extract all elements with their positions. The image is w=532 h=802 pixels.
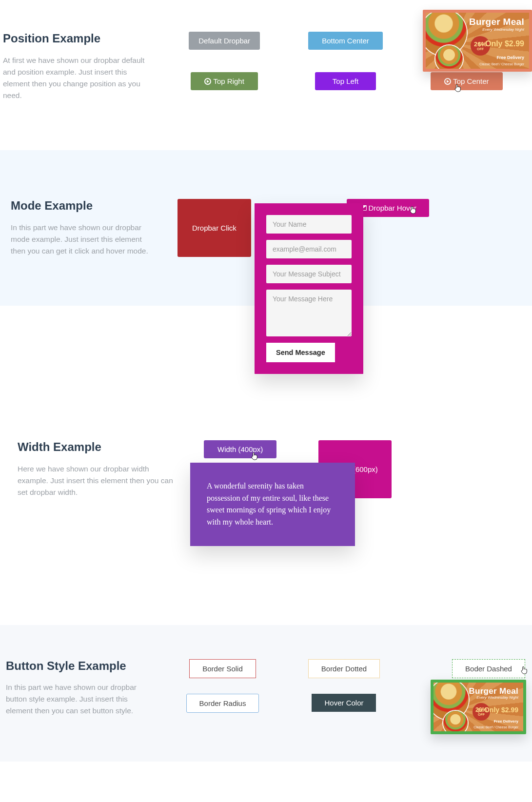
promo-title: Burger Meal	[469, 17, 524, 27]
promo-delivery: Free Delivery	[494, 719, 518, 724]
position-desc: At first we have shown our dropbar defau…	[3, 55, 149, 101]
promo-footer: Classic Beef / Cheese Burger	[473, 725, 518, 729]
promo-popup-top: Burger Meal Every Wednesday Night 26%OFF…	[423, 10, 532, 72]
top-center-label: Top Center	[453, 77, 489, 85]
top-left-button[interactable]: Top Left	[315, 72, 376, 90]
width-desc: Here we have shown our dropbar width exa…	[18, 463, 178, 498]
play-circle-icon	[444, 78, 451, 85]
style-title: Button Style Example	[6, 659, 147, 673]
promo-footer: Classic Beef / Cheese Burger	[479, 62, 524, 66]
width-400-button[interactable]: Width (400px)	[204, 440, 276, 458]
top-right-label: Top Right	[213, 77, 244, 85]
promo-price: $4Only $2.99	[478, 39, 524, 48]
mode-title: Mode Example	[11, 199, 157, 213]
burger-image-small	[443, 711, 468, 734]
burger-image-small	[435, 45, 463, 72]
width-content-panel: A wonderful serenity has taken possessio…	[190, 463, 355, 546]
top-center-button[interactable]: Top Center	[431, 72, 502, 90]
promo-price: $4Only $2.99	[477, 706, 518, 714]
play-circle-icon	[204, 78, 211, 85]
subject-input[interactable]	[266, 265, 352, 283]
position-title: Position Example	[3, 32, 149, 46]
border-dashed-button[interactable]: Boder Dashed	[452, 659, 525, 678]
name-input[interactable]	[266, 215, 352, 234]
bottom-center-button[interactable]: Bottom Center	[308, 32, 383, 50]
promo-delivery: Free Delivery	[496, 55, 524, 60]
dropbar-hover-label: Dropbar Hover	[369, 204, 416, 212]
width-panel-text: A wonderful serenity has taken possessio…	[207, 482, 331, 526]
dropbar-click-button[interactable]: Dropbar Click	[177, 199, 251, 257]
promo-popup-green: Burger Meal Every Wednesday Night 26%OFF…	[431, 680, 526, 734]
border-dotted-button[interactable]: Border Dotted	[308, 659, 380, 678]
width-title: Width Example	[18, 440, 178, 454]
border-radius-button[interactable]: Border Radius	[186, 694, 259, 713]
email-input[interactable]	[266, 240, 352, 258]
promo-subtitle: Every Wednesday Night	[482, 27, 524, 32]
hover-color-button[interactable]: Hover Color	[312, 694, 376, 712]
promo-title: Burger Meal	[469, 686, 518, 696]
default-dropbar-button[interactable]: Default Dropbar	[189, 32, 260, 50]
promo-subtitle: Every Wednesday Night	[476, 695, 518, 700]
border-solid-button[interactable]: Border Solid	[189, 659, 256, 678]
style-desc: In this part we have shown our dropbar b…	[6, 682, 147, 717]
mode-desc: In this part we have shown our dropbar m…	[11, 222, 157, 257]
top-right-button[interactable]: Top Right	[191, 72, 257, 90]
